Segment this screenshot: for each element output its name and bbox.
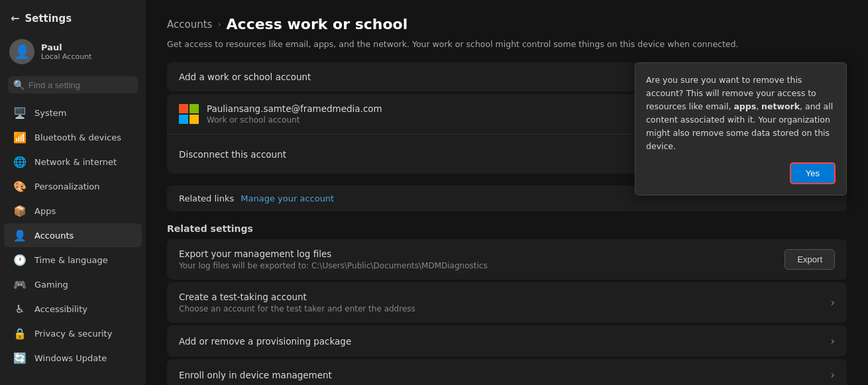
manage-account-link[interactable]: Manage your account — [241, 193, 334, 203]
setting-row-export-logs[interactable]: Export your management log files Your lo… — [167, 239, 847, 280]
setting-left-provisioning: Add or remove a provisioning package — [179, 336, 831, 347]
setting-title-provisioning: Add or remove a provisioning package — [179, 336, 831, 347]
account-details: Pauliansang.samte@framedmedia.com Work o… — [207, 103, 382, 125]
sidebar-item-apps[interactable]: 📦 Apps — [4, 199, 142, 223]
settings-list: Export your management log files Your lo… — [167, 239, 847, 385]
sidebar-label-apps: Apps — [34, 206, 56, 216]
confirm-actions: Yes — [646, 162, 836, 184]
gaming-icon: 🎮 — [13, 278, 27, 291]
add-account-label: Add a work or school account — [179, 72, 311, 82]
sidebar-label-time: Time & language — [34, 255, 108, 265]
breadcrumb-parent[interactable]: Accounts — [167, 19, 212, 30]
accounts-section: Add a work or school account Pauliansang… — [167, 62, 847, 174]
setting-left-export-logs: Export your management log files Your lo… — [179, 248, 785, 270]
sidebar-item-gaming[interactable]: 🎮 Gaming — [4, 272, 142, 296]
time-icon: 🕐 — [13, 253, 27, 266]
chevron-icon: › — [831, 296, 835, 309]
bluetooth-icon: 📶 — [13, 131, 27, 144]
account-type: Work or school account — [207, 115, 382, 125]
accounts-icon: 👤 — [13, 229, 27, 242]
user-subtitle: Local Account — [41, 52, 91, 61]
setting-sub-export-logs: Your log files will be exported to: C:\U… — [179, 261, 785, 270]
nav-list: 🖥️ System 📶 Bluetooth & devices 🌐 Networ… — [0, 100, 146, 370]
sidebar-item-accessibility[interactable]: ♿ Accessibility — [4, 297, 142, 321]
chevron-icon: › — [831, 335, 835, 347]
sidebar-item-privacy[interactable]: 🔒 Privacy & security — [4, 321, 142, 345]
sidebar-item-personalization[interactable]: 🎨 Personalization — [4, 174, 142, 198]
setting-sub-test-account: Choose an account for the test taker and… — [179, 304, 831, 313]
page-title: Access work or school — [227, 16, 408, 32]
sidebar-item-accounts[interactable]: 👤 Accounts — [4, 223, 142, 247]
sidebar-label-accessibility: Accessibility — [34, 304, 87, 314]
breadcrumb: Accounts › Access work or school — [167, 16, 847, 32]
app-title: Settings — [25, 13, 72, 25]
sidebar-label-system: System — [34, 108, 66, 118]
sidebar-label-bluetooth: Bluetooth & devices — [34, 133, 121, 142]
sidebar-label-network: Network & internet — [34, 157, 117, 167]
setting-title-export-logs: Export your management log files — [179, 248, 785, 259]
network-icon: 🌐 — [13, 155, 27, 168]
confirm-popup: Are you sure you want to remove this acc… — [635, 62, 847, 195]
setting-row-provisioning[interactable]: Add or remove a provisioning package › — [167, 325, 847, 357]
breadcrumb-separator: › — [217, 19, 221, 29]
personalization-icon: 🎨 — [13, 180, 27, 193]
search-input[interactable] — [28, 80, 133, 90]
sidebar-item-network[interactable]: 🌐 Network & internet — [4, 150, 142, 174]
search-bar[interactable]: 🔍 — [8, 76, 138, 93]
sidebar: ← Settings 👤 Paul Local Account 🔍 🖥️ Sys… — [0, 0, 146, 385]
account-email: Pauliansang.samte@framedmedia.com — [207, 103, 382, 114]
back-button[interactable]: ← — [11, 12, 19, 25]
confirm-text: Are you sure you want to remove this acc… — [646, 74, 836, 153]
sidebar-label-gaming: Gaming — [34, 280, 68, 290]
sidebar-label-update: Windows Update — [34, 353, 107, 363]
system-icon: 🖥️ — [13, 106, 27, 119]
sidebar-item-update[interactable]: 🔄 Windows Update — [4, 346, 142, 370]
sidebar-label-accounts: Accounts — [34, 231, 74, 241]
related-settings-title: Related settings — [167, 223, 847, 234]
setting-row-test-account[interactable]: Create a test-taking account Choose an a… — [167, 282, 847, 323]
setting-row-device-management[interactable]: Enroll only in device management › — [167, 359, 847, 385]
account-item: Pauliansang.samte@framedmedia.com Work o… — [179, 103, 382, 125]
setting-title-device-management: Enroll only in device management — [179, 370, 831, 380]
ms-logo — [179, 104, 199, 124]
search-icon: 🔍 — [13, 80, 25, 90]
sidebar-label-personalization: Personalization — [34, 182, 100, 192]
yes-button[interactable]: Yes — [790, 162, 836, 184]
sidebar-label-privacy: Privacy & security — [34, 329, 112, 339]
settings-title-bar: ← Settings — [0, 7, 146, 34]
main-content: Accounts › Access work or school Get acc… — [146, 0, 868, 385]
setting-left-test-account: Create a test-taking account Choose an a… — [179, 292, 831, 313]
accessibility-icon: ♿ — [13, 302, 27, 315]
avatar: 👤 — [9, 39, 34, 64]
sidebar-item-bluetooth[interactable]: 📶 Bluetooth & devices — [4, 125, 142, 149]
privacy-icon: 🔒 — [13, 327, 27, 340]
sidebar-item-system[interactable]: 🖥️ System — [4, 101, 142, 125]
related-links-label: Related links — [179, 193, 234, 203]
user-name: Paul — [41, 42, 91, 52]
setting-left-device-management: Enroll only in device management — [179, 370, 831, 380]
setting-title-test-account: Create a test-taking account — [179, 292, 831, 302]
disconnect-label: Disconnect this account — [179, 149, 286, 160]
sidebar-item-time[interactable]: 🕐 Time & language — [4, 248, 142, 272]
apps-icon: 📦 — [13, 204, 27, 217]
update-icon: 🔄 — [13, 351, 27, 364]
user-info: Paul Local Account — [41, 42, 91, 61]
chevron-icon: › — [831, 368, 835, 381]
export-button[interactable]: Export — [785, 249, 835, 270]
user-profile: 👤 Paul Local Account — [0, 34, 146, 74]
page-description: Get access to resources like email, apps… — [167, 39, 847, 49]
